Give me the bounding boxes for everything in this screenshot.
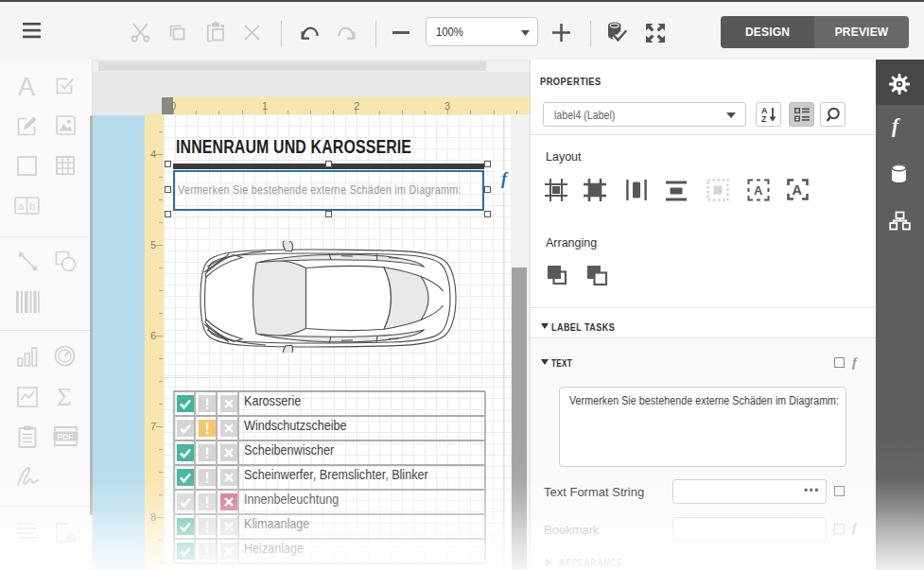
svg-text:A: A [754, 183, 763, 198]
svg-text:PDF: PDF [58, 432, 74, 441]
svg-text:Z: Z [761, 114, 767, 124]
svg-text:a: a [18, 200, 25, 212]
svg-text:b: b [29, 200, 35, 212]
svg-text:A: A [793, 182, 803, 198]
